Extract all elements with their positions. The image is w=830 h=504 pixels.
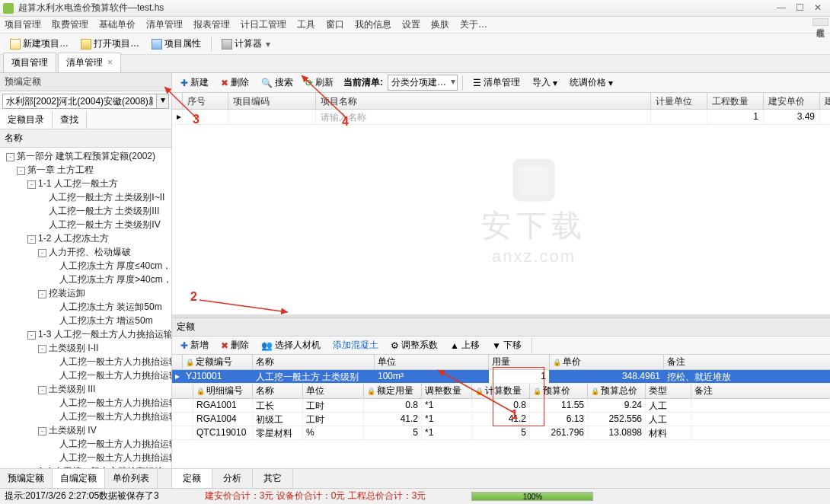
quota-combo[interactable]: ▾ [2,94,169,109]
list-manage-button[interactable]: ☰ 清单管理 [468,74,525,91]
col-unit[interactable]: 计量单位 [651,93,707,109]
list-unify-button[interactable]: 统调价格 ▾ [564,74,618,91]
tree-node[interactable]: -土类级别 III [0,382,171,396]
list-search-button[interactable]: 🔍 搜索 [256,74,298,91]
menu-base[interactable]: 基础单价 [99,18,136,31]
menu-project[interactable]: 项目管理 [5,18,41,31]
menu-skin[interactable]: 换肤 [431,18,449,31]
quota-tree[interactable]: -第一部分 建筑工程预算定额(2002)-第一章 土方工程-1-1 人工挖一般土… [0,148,171,468]
list-new-button[interactable]: ✚ 新建 [175,74,214,91]
expand-icon[interactable]: - [38,386,46,394]
online-service-tab[interactable]: 在线客服 [812,18,828,26]
col-qty[interactable]: 工程数量 [707,93,764,109]
q-concrete-button[interactable]: 添加混凝土 [327,337,384,354]
tab-project[interactable]: 项目管理 [3,53,56,72]
tree-node[interactable]: -第一部分 建筑工程预算定额(2002) [0,149,171,163]
q-up-button[interactable]: ▲ 上移 [445,337,485,354]
list-grid-body[interactable]: ▸ 请输入名称 1 3.49 3 安下载 anxz.com [172,110,830,314]
q-rcj-button[interactable]: 👥 选择人材机 [256,337,326,354]
tree-node[interactable]: 人工挖一般土方人力挑抬运输 增运 [0,410,171,423]
tree-node[interactable]: 人工挖一般土方人力挑抬运输 增运 [0,451,171,464]
tree-node[interactable]: -挖装运卸 [0,286,171,300]
q-down-button[interactable]: ▼ 下移 [487,337,527,354]
bptab-other[interactable]: 其它 [253,469,293,488]
tree-node[interactable]: 人工挖一般土方人力挑抬运输 增运 [0,368,171,382]
menu-about[interactable]: 关于… [460,18,487,31]
tree-node[interactable]: -土类级别 IV [0,423,171,437]
col-name[interactable]: 项目名称 [316,93,651,109]
col-code[interactable]: 项目编码 [228,93,316,109]
close-icon[interactable]: × [107,57,113,68]
col-seq[interactable]: 序号 [183,93,228,109]
bptab-analysis[interactable]: 分析 [212,469,253,488]
current-list-label: 当前清单: [343,76,383,89]
tree-node[interactable]: 人工挖一般土方人力挑抬运输 挖装 [0,437,171,451]
open-project-button[interactable]: 打开项目… [75,35,145,53]
quota-row-selected[interactable]: ▸ YJ10001 人工挖一般土方 土类级别I~II 100m³ 1 348.4… [172,370,830,384]
new-project-button[interactable]: 新建项目… [5,35,74,53]
menu-window[interactable]: 窗口 [326,18,344,31]
list-del-button[interactable]: ✖ 删除 [215,74,254,91]
list-row[interactable]: ▸ 请输入名称 1 3.49 3 [172,110,830,125]
tree-node[interactable]: -人力开挖、松动爆破 [0,245,171,259]
expand-icon[interactable]: - [27,180,36,189]
detail-row[interactable]: RGA1004初级工工时41.2*141.26.13252.556人工 [172,413,830,426]
col-total[interactable]: 建安合价 [820,93,830,109]
list-toolbar: ✚ 新建 ✖ 删除 🔍 搜索 ⟳ 刷新 当前清单: 分类分项建… ☰ 清单管理 … [172,73,830,93]
list-type-combo[interactable]: 分类分项建… [388,75,458,91]
tree-node[interactable]: 人工挖一般土方 土类级别IV [0,218,171,231]
maximize-button[interactable]: ☐ [790,2,809,14]
quota-grid-header: 🔒定额编号 名称 单位 用量 🔒单价 备注 [172,355,830,370]
list-import-button[interactable]: 导入 ▾ [527,74,563,91]
expand-icon[interactable]: - [27,235,36,244]
menu-myinfo[interactable]: 我的信息 [355,18,391,31]
list-refresh-button[interactable]: ⟳ 刷新 [300,74,339,91]
tree-node[interactable]: 人工挖冻土方 装运卸50m [0,300,171,314]
menu-daywork[interactable]: 计日工管理 [241,18,286,31]
tree-node[interactable]: 人工挖一般土方人力挑抬运输 挖装 [0,355,171,368]
col-price[interactable]: 建安单价 [764,93,820,109]
detail-row[interactable]: RGA1001工长工时0.8*10.811.559.24人工 [172,399,830,413]
menu-tools[interactable]: 工具 [297,18,315,31]
tree-node[interactable]: -1-2 人工挖冻土方 [0,231,171,245]
expand-icon[interactable]: - [6,153,14,161]
tree-node[interactable]: -土类级别 I-II [0,341,171,355]
bottab-custom[interactable]: 自编定额 [53,469,105,488]
menu-fee[interactable]: 取费管理 [52,18,88,31]
bottab-preset[interactable]: 预编定额 [0,469,53,488]
bptab-quota[interactable]: 定额 [172,469,212,488]
subtab-search[interactable]: 查找 [53,111,87,129]
tree-node[interactable]: 人工挖冻土方 增运50m [0,314,171,327]
q-coeff-button[interactable]: ⚙ 调整系数 [385,337,443,354]
tree-node[interactable]: -第一章 土方工程 [0,163,171,177]
menu-settings[interactable]: 设置 [402,18,420,31]
menu-report[interactable]: 报表管理 [193,18,230,31]
expand-icon[interactable]: - [38,249,46,257]
tree-node[interactable]: -1-3 人工挖一般土方人力挑抬运输 [0,327,171,341]
expand-icon[interactable]: - [38,290,46,298]
tab-list[interactable]: 清单管理× [58,53,121,72]
chevron-down-icon[interactable]: ▾ [157,94,169,109]
tree-node[interactable]: 人工挖一般土方 土类级别I~II [0,190,171,204]
tree-node[interactable]: -1-1 人工挖一般土方 [0,177,171,190]
q-del-button[interactable]: ✖ 删除 [215,337,254,354]
tree-node[interactable]: 人工挖一般土方人力挑抬运输 挖装 [0,396,171,410]
quota-combo-input[interactable] [2,94,157,109]
expand-icon[interactable]: - [27,331,36,340]
expand-icon[interactable]: - [38,427,46,435]
minimize-button[interactable]: — [772,2,790,14]
detail-row[interactable]: QTC119010零星材料费%5*15261.79613.0898材料 [172,426,830,440]
tree-node[interactable]: 人工挖冻土方 厚度≤40cm，人力 [0,259,171,273]
close-button[interactable]: ✕ [809,2,827,14]
tree-node[interactable]: 人工挖冻土方 厚度>40cm，松动 [0,273,171,286]
menu-list[interactable]: 清单管理 [146,18,183,31]
expand-icon[interactable]: - [17,167,25,175]
content-area: ✚ 新建 ✖ 删除 🔍 搜索 ⟳ 刷新 当前清单: 分类分项建… ☰ 清单管理 … [172,73,830,488]
calculator-button[interactable]: 计算器▾ [216,35,276,53]
bottab-pricelist[interactable]: 单价列表 [105,469,158,488]
tree-node[interactable]: 人工挖一般土方 土类级别III [0,204,171,218]
q-new-button[interactable]: ✚ 新增 [175,337,214,354]
subtab-catalog[interactable]: 定额目录 [0,111,53,129]
expand-icon[interactable]: - [38,345,46,353]
project-prop-button[interactable]: 项目属性 [146,35,206,53]
